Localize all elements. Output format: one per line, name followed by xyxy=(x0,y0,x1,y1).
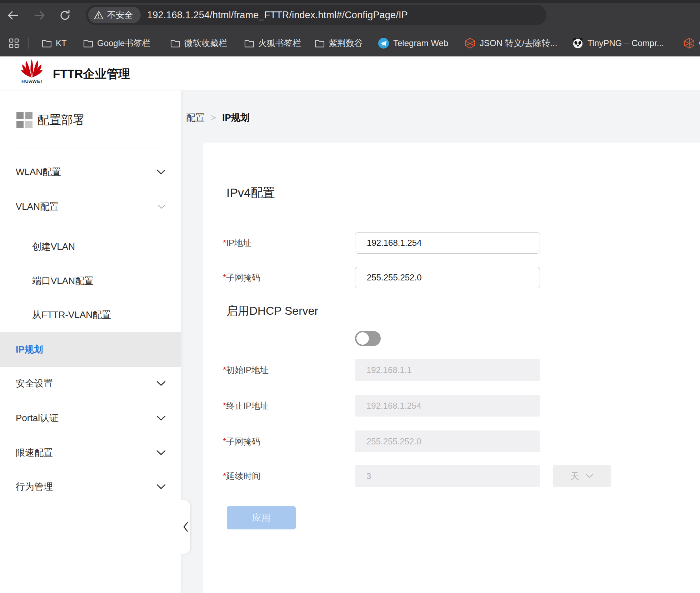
sidebar-item-ip-planning[interactable]: IP规划 xyxy=(0,332,181,367)
bookmark-label: Google书签栏 xyxy=(97,38,150,49)
bookmark-label: 火狐书签栏 xyxy=(258,38,301,49)
huawei-logo: HUAWEI xyxy=(19,59,45,84)
dhcp-start-ip-input xyxy=(355,359,540,381)
telegram-icon xyxy=(378,38,389,49)
sidebar-item-behavior-mgmt[interactable]: 行为管理 xyxy=(0,469,181,504)
breadcrumb-separator-icon: > xyxy=(211,112,216,123)
main-area: 配置 > IP规划 IPv4配置 *IP地址 *子网掩码 启用DHCP Serv… xyxy=(181,90,700,593)
window-edge xyxy=(0,0,700,3)
dhcp-server-label: 启用DHCP Server xyxy=(226,299,325,323)
ipv4-config-heading: IPv4配置 xyxy=(226,185,275,201)
dhcp-server-toggle[interactable] xyxy=(355,331,381,346)
form-row-dhcp-subnet: *子网掩码 xyxy=(223,430,693,452)
reload-icon xyxy=(59,9,71,21)
huawei-flower-icon xyxy=(20,59,44,78)
field-label: *终止IP地址 xyxy=(223,400,355,412)
bookmarks-separator xyxy=(28,38,29,49)
sidebar-item-label: VLAN配置 xyxy=(16,200,59,213)
bookmark-label: 紫荆数谷 xyxy=(329,38,363,49)
sidebar-item-create-vlan[interactable]: 创建VLAN xyxy=(0,229,181,264)
required-asterisk: * xyxy=(223,273,226,282)
lease-unit-value: 天 xyxy=(570,470,579,482)
chevron-down-icon xyxy=(156,415,166,421)
sidebar-item-rate-limit[interactable]: 限速配置 xyxy=(0,435,181,470)
form-row-lease-time: *延续时间 天 xyxy=(223,465,693,487)
json-cube-icon xyxy=(464,38,476,49)
security-badge[interactable]: 不安全 xyxy=(88,7,141,23)
content-card: IPv4配置 *IP地址 *子网掩码 启用DHCP Server *初始IP地址… xyxy=(203,143,700,593)
forward-button[interactable] xyxy=(30,6,49,25)
sidebar-item-port-vlan[interactable]: 端口VLAN配置 xyxy=(0,264,181,298)
url-text: 192.168.1.254/html/frame_FTTR/index.html… xyxy=(147,10,408,21)
sidebar-item-label: Portal认证 xyxy=(16,412,59,424)
sidebar-item-label: 从FTTR-VLAN配置 xyxy=(32,309,111,321)
folder-icon xyxy=(244,39,254,48)
bookmark-label: JSON 转义/去除转... xyxy=(480,38,557,49)
bookmark-firefox[interactable]: 火狐书签栏 xyxy=(244,30,301,56)
toggle-knob xyxy=(356,332,369,345)
folder-icon xyxy=(83,39,93,48)
form-row-start-ip: *初始IP地址 xyxy=(223,359,693,381)
warning-icon xyxy=(94,11,104,20)
sidebar-item-wlan-config[interactable]: WLAN配置 xyxy=(0,155,181,189)
folder-icon xyxy=(42,39,52,48)
bookmark-microsoft[interactable]: 微软收藏栏 xyxy=(170,30,227,56)
sidebar-item-label: 限速配置 xyxy=(16,447,53,459)
field-label: *IP地址 xyxy=(223,237,355,249)
breadcrumb-current: IP规划 xyxy=(222,111,250,124)
sidebar-item-label: 创建VLAN xyxy=(32,240,75,253)
bookmarks-bar: KT Google书签栏 微软收藏栏 火狐书签栏 紫荆数谷 Telegram W… xyxy=(0,30,700,56)
security-badge-label: 不安全 xyxy=(107,9,133,21)
sidebar-item-slave-fttr-vlan[interactable]: 从FTTR-VLAN配置 xyxy=(0,298,181,332)
sidebar-item-label: 端口VLAN配置 xyxy=(32,275,94,287)
form-row-end-ip: *终止IP地址 xyxy=(223,395,693,417)
address-bar[interactable]: 不安全 192.168.1.254/html/frame_FTTR/index.… xyxy=(86,5,546,25)
required-asterisk: * xyxy=(223,471,226,481)
required-asterisk: * xyxy=(223,238,226,248)
folder-icon xyxy=(315,39,325,48)
form-row-subnet-mask: *子网掩码 xyxy=(223,266,693,289)
apps-grid-icon xyxy=(9,38,19,49)
field-label: *延续时间 xyxy=(223,470,355,482)
bookmark-partial[interactable]: G xyxy=(684,30,700,56)
lease-unit-select: 天 xyxy=(553,465,611,487)
bookmark-json-escape[interactable]: JSON 转义/去除转... xyxy=(464,30,557,56)
sidebar-item-security[interactable]: 安全设置 xyxy=(0,366,181,401)
bookmark-label: Telegram Web xyxy=(393,38,448,48)
sidebar-section-title: 配置部署 xyxy=(38,112,85,128)
back-button[interactable] xyxy=(4,6,22,25)
subnet-mask-input[interactable] xyxy=(355,267,540,288)
apply-button[interactable]: 应用 xyxy=(227,506,296,529)
bookmark-tinypng[interactable]: TinyPNG – Compr... xyxy=(572,30,664,56)
deploy-grid-icon xyxy=(16,112,32,128)
dhcp-subnet-mask-input xyxy=(355,430,540,452)
ip-address-input[interactable] xyxy=(355,232,540,254)
dhcp-end-ip-input xyxy=(355,395,540,417)
field-label: *初始IP地址 xyxy=(223,364,355,376)
folder-icon xyxy=(170,39,180,48)
sidebar-item-vlan-config[interactable]: VLAN配置 xyxy=(0,189,181,224)
bookmark-label: TinyPNG – Compr... xyxy=(588,38,664,48)
app-header: HUAWEI FTTR企业管理 xyxy=(0,56,700,90)
sidebar: 配置部署 WLAN配置 VLAN配置 创建VLAN 端口VLAN配置 从FTTR… xyxy=(0,90,181,593)
forward-icon xyxy=(34,10,46,21)
chevron-down-icon xyxy=(156,450,166,455)
sidebar-item-label: WLAN配置 xyxy=(16,166,61,178)
bookmark-google[interactable]: Google书签栏 xyxy=(83,30,150,56)
chevron-down-icon xyxy=(156,381,166,386)
required-asterisk: * xyxy=(223,365,226,375)
bookmark-telegram[interactable]: Telegram Web xyxy=(378,30,448,56)
chevron-down-icon xyxy=(156,169,166,175)
field-label: *子网掩码 xyxy=(223,272,355,283)
bookmark-label: 微软收藏栏 xyxy=(184,38,227,49)
back-icon xyxy=(7,10,19,21)
bookmark-kt[interactable]: KT xyxy=(42,30,67,56)
sidebar-item-portal-auth[interactable]: Portal认证 xyxy=(0,401,181,435)
breadcrumb-parent[interactable]: 配置 xyxy=(186,111,205,124)
apps-grid-button[interactable] xyxy=(9,30,19,56)
bookmark-label: KT xyxy=(56,38,67,48)
sidebar-section-header: 配置部署 xyxy=(16,111,85,129)
reload-button[interactable] xyxy=(56,6,74,25)
bookmark-zijin[interactable]: 紫荆数谷 xyxy=(315,30,363,56)
field-label: *子网掩码 xyxy=(223,436,355,447)
